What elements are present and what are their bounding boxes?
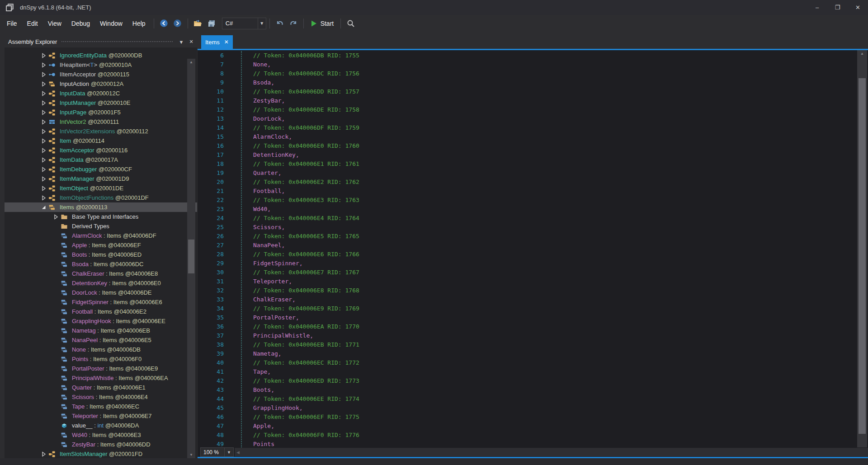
tree-expander[interactable] (40, 80, 47, 88)
tree-row[interactable]: Derived Types (5, 221, 197, 231)
tree-expander[interactable] (40, 109, 47, 116)
tree-expander[interactable] (40, 175, 47, 183)
tree-row[interactable]: Points : Items @040006F0 (5, 354, 197, 364)
tree-row[interactable]: ItemSlotsManager @020001FD (5, 449, 197, 458)
code-line[interactable]: 39Nametag, (198, 349, 868, 358)
code-line[interactable]: 17DetentionKey, (198, 150, 868, 160)
code-line[interactable]: 43Boots, (198, 385, 868, 395)
tree-expander[interactable] (40, 52, 47, 59)
code-line[interactable]: 26// Token: 0x040006E5 RID: 1765 (198, 232, 868, 241)
code-line[interactable]: 46// Token: 0x040006EF RID: 1775 (198, 413, 868, 422)
code-line[interactable]: 19Quarter, (198, 169, 868, 178)
save-all-button[interactable] (205, 17, 218, 30)
tab-items[interactable]: Items ✕ (201, 35, 233, 49)
code-line[interactable]: 34// Token: 0x040006E9 RID: 1769 (198, 304, 868, 313)
tree-row[interactable]: ItemDebugger @020000CF (5, 164, 197, 174)
search-button[interactable] (344, 17, 358, 30)
tree-row[interactable]: ItemData @0200017A (5, 155, 197, 164)
tree-expander[interactable] (52, 213, 60, 221)
tree-row[interactable]: ItemObjectFunctions @020001DF (5, 193, 197, 202)
tree-vertical-scrollbar[interactable]: ▲ ▼ (187, 59, 195, 458)
menu-window[interactable]: Window (95, 15, 127, 32)
tree-expander[interactable] (40, 166, 47, 173)
tree-row[interactable]: GrapplingHook : Items @040006EE (5, 316, 197, 326)
menu-help[interactable]: Help (127, 15, 151, 32)
tree-expander[interactable] (40, 194, 47, 202)
tree-row[interactable]: IHeapItem<T> @0200010A (5, 60, 197, 70)
close-button[interactable]: ✕ (848, 0, 868, 15)
tree-expander[interactable] (40, 451, 47, 458)
tree-row[interactable]: Football : Items @040006E2 (5, 307, 197, 316)
tree-row[interactable]: Tape : Items @040006EC (5, 402, 197, 411)
code-line[interactable]: 35PortalPoster, (198, 313, 868, 322)
tree-row[interactable]: InputManager @0200010E (5, 98, 197, 108)
navigate-forward-button[interactable] (171, 17, 184, 30)
zoom-chevron-down-icon[interactable]: ▼ (225, 447, 234, 457)
open-file-button[interactable] (191, 17, 205, 30)
code-line[interactable]: 28// Token: 0x040006E6 RID: 1766 (198, 250, 868, 259)
tree-row[interactable]: ItemObject @020001DE (5, 183, 197, 193)
tree-expander[interactable] (40, 71, 47, 78)
tree-row[interactable]: Apple : Items @040006EF (5, 240, 197, 250)
tree-row[interactable]: IntVector2 @02000111 (5, 117, 197, 127)
tree-expander[interactable] (40, 156, 47, 164)
language-combobox[interactable]: C# ▼ (222, 18, 266, 29)
code-line[interactable]: 10// Token: 0x040006DD RID: 1757 (198, 87, 868, 96)
chevron-down-icon[interactable]: ▼ (258, 18, 266, 29)
code-line[interactable]: 20// Token: 0x040006E2 RID: 1762 (198, 178, 868, 187)
code-line[interactable]: 36// Token: 0x040006EA RID: 1770 (198, 322, 868, 331)
tree-row[interactable]: InputAction @0200012A (5, 79, 197, 89)
code-line[interactable]: 38// Token: 0x040006EB RID: 1771 (198, 340, 868, 349)
code-line[interactable]: 32// Token: 0x040006E8 RID: 1768 (198, 286, 868, 295)
tree-expander[interactable] (40, 90, 47, 97)
code-line[interactable]: 25Scissors, (198, 223, 868, 232)
menu-view[interactable]: View (43, 15, 66, 32)
tree-row[interactable]: Wd40 : Items @040006E3 (5, 430, 197, 440)
tree-row[interactable]: Scissors : Items @040006E4 (5, 392, 197, 402)
code-editor[interactable]: 6// Token: 0x040006DB RID: 17557None,8//… (198, 50, 868, 447)
code-line[interactable]: 6// Token: 0x040006DB RID: 1755 (198, 51, 868, 60)
code-line[interactable]: 44// Token: 0x040006EE RID: 1774 (198, 395, 868, 404)
tree-row[interactable]: Boots : Items @040006ED (5, 250, 197, 259)
tree-row[interactable]: ItemAcceptor @02000116 (5, 146, 197, 155)
editor-vertical-scrollbar[interactable]: ▲ (857, 50, 867, 447)
tree-expander[interactable] (40, 137, 47, 145)
code-line[interactable]: 22// Token: 0x040006E3 RID: 1763 (198, 196, 868, 205)
code-line[interactable]: 47Apple, (198, 422, 868, 431)
code-line[interactable]: 11ZestyBar, (198, 96, 868, 105)
tree-row[interactable]: AlarmClock : Items @040006DF (5, 231, 197, 240)
tree-row[interactable]: PrincipalWhistle : Items @040006EA (5, 373, 197, 383)
scroll-down-icon[interactable]: ▼ (187, 451, 195, 458)
tree-expander[interactable] (40, 99, 47, 107)
tree-expander[interactable] (40, 147, 47, 154)
code-line[interactable]: 49Points (198, 440, 868, 447)
panel-close-icon[interactable]: ✕ (187, 38, 195, 46)
tree-row[interactable]: Items @02000113 (5, 202, 197, 212)
code-line[interactable]: 18// Token: 0x040006E1 RID: 1761 (198, 160, 868, 169)
tree-row[interactable]: NanaPeel : Items @040006E5 (5, 335, 197, 345)
tree-row[interactable]: Teleporter : Items @040006E7 (5, 411, 197, 421)
tree-expander[interactable] (40, 185, 47, 192)
start-debugging-button[interactable]: Start (307, 17, 338, 30)
code-line[interactable]: 13DoorLock, (198, 114, 868, 123)
tree-row[interactable]: ChalkEraser : Items @040006E8 (5, 269, 197, 278)
tree-row[interactable]: InputPage @020001F5 (5, 108, 197, 117)
tree-expander[interactable] (40, 118, 47, 126)
code-line[interactable]: 14// Token: 0x040006DF RID: 1759 (198, 123, 868, 132)
assembly-explorer-header[interactable]: Assembly Explorer ▼ ✕ (5, 36, 197, 47)
tree-row[interactable]: ItemManager @020001D9 (5, 174, 197, 183)
tree-row[interactable]: None : Items @040006DB (5, 345, 197, 354)
scroll-up-icon[interactable]: ▲ (857, 50, 867, 57)
code-line[interactable]: 12// Token: 0x040006DE RID: 1758 (198, 105, 868, 114)
editor-scrollbar-thumb[interactable] (859, 78, 866, 434)
tree-row[interactable]: FidgetSpinner : Items @040006E6 (5, 297, 197, 307)
tree-row[interactable]: InputData @0200012C (5, 89, 197, 98)
tree-row[interactable]: Item @02000114 (5, 136, 197, 146)
zoom-level-combobox[interactable]: 100 % (200, 447, 225, 457)
panel-menu-chevron-icon[interactable]: ▼ (177, 38, 185, 46)
code-line[interactable]: 15AlarmClock, (198, 132, 868, 141)
code-line[interactable]: 31Teleporter, (198, 277, 868, 286)
tree-row[interactable]: PortalPoster : Items @040006E9 (5, 364, 197, 373)
code-line[interactable]: 29FidgetSpinner, (198, 259, 868, 268)
menu-debug[interactable]: Debug (66, 15, 95, 32)
